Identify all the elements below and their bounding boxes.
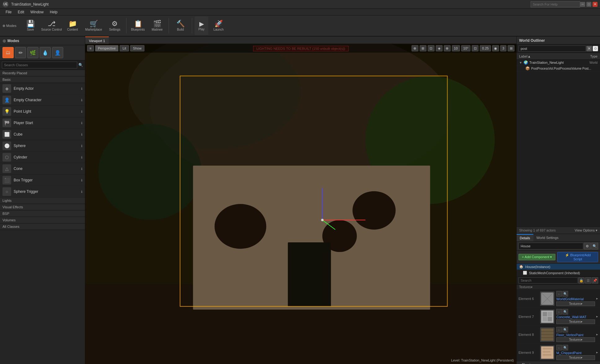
mode-paint-button[interactable]: ✏ <box>15 47 26 58</box>
actor-item-sphere-trigger[interactable]: ○ Sphere Trigger ℹ <box>0 186 85 197</box>
mode-character-button[interactable]: 👤 <box>52 47 63 58</box>
outliner-search-clear[interactable]: ✕ <box>586 46 592 51</box>
actor-item-cone[interactable]: △ Cone ℹ <box>0 163 85 175</box>
component-staticmesh[interactable]: ⬜ StaticMeshComponent (Inherited) <box>517 270 600 276</box>
section-all-classes[interactable]: All Classes <box>0 223 85 230</box>
mat-expand-8[interactable]: ▸ <box>596 332 598 336</box>
mode-foliage-button[interactable]: 🌿 <box>27 47 38 58</box>
perspective-button[interactable]: Perspective <box>95 45 118 51</box>
actor-item-cylinder[interactable]: ⬡ Cylinder ℹ <box>0 152 85 163</box>
details-panel: Details World Settings ⚙ 🔍 + Add Compone… <box>517 234 600 364</box>
material-name-7: Concrete_Wall.MAT <box>556 315 595 319</box>
browse-button[interactable]: ⚙ <box>584 243 591 249</box>
mat-expand-6[interactable]: ▸ <box>596 297 598 301</box>
menu-file[interactable]: File <box>2 9 15 15</box>
close-button[interactable]: ✕ <box>593 2 598 7</box>
play-button[interactable]: ▶ Play <box>195 16 208 35</box>
section-visual-effects[interactable]: Visual Effects <box>0 204 85 210</box>
mat-arrow-8[interactable]: ← <box>556 327 562 332</box>
mat-search-6[interactable]: 🔍 <box>562 291 568 297</box>
outliner-col-label[interactable]: Label ▲ <box>517 53 558 59</box>
mode-place-button[interactable]: 🗂 <box>2 47 14 58</box>
actor-name-input[interactable] <box>518 243 583 249</box>
section-basic[interactable]: Basic <box>0 76 85 83</box>
details-search-input[interactable] <box>518 277 578 284</box>
search-button[interactable]: 🔍 <box>591 243 598 249</box>
material-thumb-8 <box>540 327 554 342</box>
outliner-settings-button[interactable]: ⚙ <box>593 46 598 51</box>
marketplace-button[interactable]: 🛒 Marketplace <box>83 16 104 35</box>
actor-item-sphere[interactable]: ⚪ Sphere ℹ <box>0 140 85 152</box>
mat-search-8[interactable]: 🔍 <box>562 327 568 332</box>
outliner-search-input[interactable] <box>518 46 586 52</box>
section-volumes[interactable]: Volumes <box>0 217 85 223</box>
mat-expand-7[interactable]: ▸ <box>596 314 598 318</box>
outliner-view-options-button[interactable]: View Options ▾ <box>575 228 598 232</box>
viewport-icon-4[interactable]: ◈ <box>436 45 443 51</box>
mat-type-6[interactable]: Textures▾ <box>556 301 595 306</box>
svg-rect-24 <box>548 317 552 321</box>
actor-item-empty-character[interactable]: 👤 Empty Character ℹ <box>0 94 85 106</box>
actor-item-box-trigger[interactable]: ⬛ Box Trigger ℹ <box>0 175 85 186</box>
maximize-button[interactable]: □ <box>586 2 591 7</box>
blueprints-button[interactable]: 📋 Blueprints <box>129 16 147 35</box>
tab-viewport-1[interactable]: Viewport 1 <box>85 37 109 44</box>
lit-button[interactable]: Lit <box>120 45 129 51</box>
section-recently-placed[interactable]: Recently Placed <box>0 70 85 76</box>
actor-item-empty-actor[interactable]: ◆ Empty Actor ℹ <box>0 83 85 94</box>
material-label-6: Element 6 <box>518 297 540 301</box>
actor-item-cube[interactable]: ⬜ Cube ℹ <box>0 129 85 140</box>
actor-item-player-start[interactable]: 🏁 Player Start ℹ <box>0 117 85 129</box>
blueprint-add-script-button[interactable]: ⚡ Blueprint/Add Script <box>557 252 598 262</box>
mat-expand-9[interactable]: ▸ <box>596 350 598 354</box>
tab-world-settings[interactable]: World Settings <box>533 234 562 241</box>
mat-type-9[interactable]: Textures▾ <box>556 355 595 360</box>
viewport[interactable]: ≡ Perspective Lit Show ⊕ ⊞ ⊡ ◈ ⊕ 10 10° … <box>85 44 516 364</box>
build-button[interactable]: 🔨 Build <box>171 16 189 35</box>
mat-search-9[interactable]: 🔍 <box>562 345 568 350</box>
search-classes-input[interactable] <box>2 62 77 68</box>
outliner-footer: Showing 1 of 697 actors View Options ▾ <box>517 227 600 234</box>
mode-geometry-button[interactable]: 💧 <box>40 47 51 58</box>
viewport-icon-5[interactable]: ⊕ <box>444 45 451 51</box>
source-control-button[interactable]: ⎇ Source Control <box>41 16 62 35</box>
screen-icon[interactable]: ◉ <box>492 45 499 51</box>
mat-search-7[interactable]: 🔍 <box>562 309 568 314</box>
save-button[interactable]: 💾 Save <box>21 16 39 35</box>
viewport-icon-3[interactable]: ⊡ <box>428 45 435 51</box>
mat-type-8[interactable]: Textures▾ <box>556 337 595 342</box>
physics-header[interactable]: ▸ Physics <box>517 362 600 364</box>
viewport-menu-button[interactable]: ≡ <box>87 45 94 51</box>
menu-edit[interactable]: Edit <box>15 9 27 15</box>
help-search-input[interactable] <box>531 1 580 7</box>
svg-rect-32 <box>543 354 551 356</box>
details-list-button[interactable]: ☰ <box>585 277 591 284</box>
menu-help[interactable]: Help <box>47 9 61 15</box>
outliner-item-postprocess[interactable]: 📦 PostProcessVol.PostProcessVolume Post.… <box>517 66 600 72</box>
add-component-button[interactable]: + Add Component ▾ <box>518 254 555 260</box>
matinee-button[interactable]: 🎬 Matinee <box>148 16 166 35</box>
show-button[interactable]: Show <box>130 45 144 51</box>
details-pin-button[interactable]: 📌 <box>592 277 598 284</box>
minimize-button[interactable]: ─ <box>580 2 585 7</box>
section-lights[interactable]: Lights <box>0 197 85 204</box>
section-bsp[interactable]: BSP <box>0 210 85 217</box>
viewport-icon-1[interactable]: ⊕ <box>412 45 418 51</box>
mat-arrow-7[interactable]: ← <box>556 309 562 314</box>
snap-icon[interactable]: ⊡ <box>472 45 479 51</box>
menu-window[interactable]: Window <box>27 9 47 15</box>
settings-button[interactable]: ⚙ Settings <box>106 16 124 35</box>
mat-arrow-6[interactable]: ← <box>556 291 562 297</box>
mat-arrow-9[interactable]: ← <box>556 345 562 350</box>
outliner-col-type[interactable]: Type <box>558 53 600 59</box>
tab-details[interactable]: Details <box>517 234 533 241</box>
component-house-instance[interactable]: 🏠 House(Instance) <box>517 264 600 270</box>
details-lock-button[interactable]: 🔒 <box>578 277 585 284</box>
maximize-viewport-button[interactable]: ⊞ <box>508 45 514 51</box>
viewport-icon-2[interactable]: ⊞ <box>420 45 426 51</box>
content-button[interactable]: 📁 Content <box>64 16 82 35</box>
actor-item-point-light[interactable]: 💡 Point Light ℹ <box>0 106 85 117</box>
launch-button[interactable]: 🚀 Launch <box>210 16 227 35</box>
mat-type-7[interactable]: Textures▾ <box>556 319 595 324</box>
outliner-item-world[interactable]: ▼ 🌍 TrainStation_NewLight World <box>517 60 600 66</box>
